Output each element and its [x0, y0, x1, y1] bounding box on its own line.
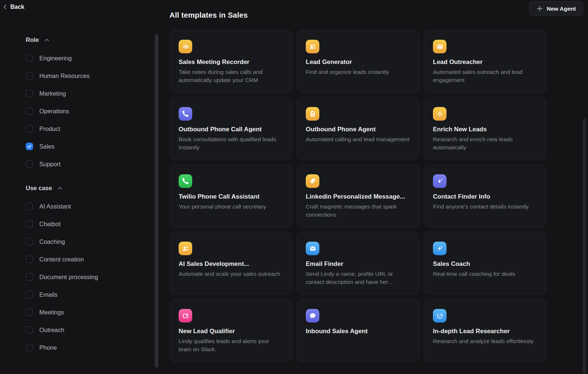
section-header-use-case[interactable]: Use case — [26, 184, 147, 192]
checkbox-marketing[interactable] — [26, 90, 33, 97]
card-description: Lindy qualifies leads and alerts your te… — [179, 337, 283, 353]
filter-item-content-creation[interactable]: Content creation — [26, 256, 147, 263]
filter-item-document-processing[interactable]: Document processing — [26, 273, 147, 281]
filter-item-coaching[interactable]: Coaching — [26, 238, 147, 245]
card-title: Twilio Phone Call Assistant — [179, 193, 283, 200]
filter-item-label: Meetings — [39, 309, 64, 316]
card-description: Book consultations with qualified leads … — [179, 135, 283, 151]
card-title: Sales Coach — [433, 260, 537, 268]
filter-item-product[interactable]: Product — [26, 125, 147, 132]
card-title: Outbound Phone Call Agent — [179, 126, 283, 133]
card-title: Sales Meeting Recorder — [179, 58, 283, 66]
checkbox-content-creation[interactable] — [26, 256, 33, 263]
filter-item-label: Marketing — [39, 90, 66, 97]
card-title: In-depth Lead Researcher — [433, 328, 537, 335]
template-card-sales-coach[interactable]: Sales Coach Real-time call coaching for … — [424, 232, 546, 295]
card-description: Find and organize leads instantly — [306, 68, 410, 76]
chevron-up-icon — [44, 38, 49, 42]
filter-item-meetings[interactable]: Meetings — [26, 309, 147, 316]
card-description: Real-time call coaching for deals — [433, 270, 537, 278]
card-description: Research and analyze leads effortlessly — [433, 337, 537, 345]
new-agent-button[interactable]: New Agent — [529, 1, 583, 16]
checkbox-sales-checked[interactable] — [26, 143, 33, 150]
card-title: Outbound Phone Agent — [306, 126, 410, 133]
filter-item-emails[interactable]: Emails — [26, 291, 147, 298]
back-label: Back — [10, 4, 24, 10]
template-card-new-lead-qualifier[interactable]: New Lead Qualifier Lindy qualifies leads… — [169, 299, 292, 362]
card-description: Automated calling and lead management — [306, 135, 410, 143]
card-description: Automated sales outreach and lead engage… — [433, 68, 537, 84]
filter-sidebar: Role Engineering Human Resources Marketi… — [26, 35, 147, 351]
checkbox-chatbot[interactable] — [26, 220, 33, 228]
checkbox-support[interactable] — [26, 160, 33, 168]
checkbox-meetings[interactable] — [26, 309, 33, 316]
template-card-lead-outreacher[interactable]: Lead Outreacher Automated sales outreach… — [424, 30, 546, 93]
gauge-icon — [433, 309, 447, 323]
mail-icon — [306, 242, 319, 255]
checkbox-document-processing[interactable] — [26, 273, 33, 281]
card-title: Lead Outreacher — [433, 58, 537, 66]
filter-item-chatbot[interactable]: Chatbot — [26, 220, 147, 228]
template-card-linkedin-personalized-message[interactable]: Linkedin Personalized Message... Craft m… — [297, 164, 419, 227]
calculator-icon — [306, 107, 319, 121]
template-card-enrich-new-leads[interactable]: Enrich New Leads Research and enrich new… — [424, 97, 546, 160]
card-title: Linkedin Personalized Message... — [306, 193, 410, 200]
filter-item-sales[interactable]: Sales — [26, 143, 147, 150]
filter-item-operations[interactable]: Operations — [26, 107, 147, 115]
filter-item-label: Product — [39, 125, 60, 132]
checkbox-product[interactable] — [26, 125, 33, 132]
template-card-sales-meeting-recorder[interactable]: Sales Meeting Recorder Take notes during… — [169, 30, 292, 93]
checkbox-phone[interactable] — [26, 344, 33, 351]
checkbox-ai-assistant[interactable] — [26, 203, 33, 210]
filter-item-label: Sales — [39, 143, 54, 150]
card-title: AI Sales Development... — [179, 260, 283, 268]
chevron-up-icon — [58, 186, 62, 190]
card-title: Inbound Sales Agent — [306, 328, 410, 335]
filter-item-human-resources[interactable]: Human Resources — [26, 72, 147, 79]
filter-item-label: Engineering — [39, 55, 72, 62]
filter-item-label: Support — [39, 161, 61, 168]
card-title: Contact Finder Info — [433, 193, 537, 200]
checkbox-emails[interactable] — [26, 291, 33, 298]
checkbox-operations[interactable] — [26, 107, 33, 115]
checkmark-icon — [27, 144, 32, 149]
card-title: Lead Generator — [306, 58, 410, 66]
filter-item-marketing[interactable]: Marketing — [26, 90, 147, 97]
users-icon — [306, 40, 319, 53]
checkbox-human-resources[interactable] — [26, 72, 33, 79]
dots-cluster-icon — [433, 107, 447, 121]
page-title: All templates in Sales — [169, 11, 248, 19]
filter-item-label: Outreach — [39, 327, 64, 334]
filter-item-outreach[interactable]: Outreach — [26, 326, 147, 334]
filter-item-support[interactable]: Support — [26, 160, 147, 168]
template-card-ai-sales-development[interactable]: AI Sales Development... Automate and sca… — [169, 232, 292, 295]
chevron-left-icon — [3, 4, 7, 10]
template-card-outbound-phone-agent[interactable]: Outbound Phone Agent Automated calling a… — [297, 97, 419, 160]
photo-icon — [179, 309, 192, 323]
checkbox-coaching[interactable] — [26, 238, 33, 245]
card-description: Take notes during sales calls and automa… — [179, 68, 283, 84]
checkbox-outreach[interactable] — [26, 326, 33, 334]
sidebar-scrollbar[interactable] — [155, 34, 158, 368]
mail-icon — [433, 40, 447, 53]
card-description: Find anyone's contact details instantly — [433, 203, 537, 211]
filter-item-ai-assistant[interactable]: AI Assistant — [26, 203, 147, 210]
template-card-lead-generator[interactable]: Lead Generator Find and organize leads i… — [297, 30, 419, 93]
section-header-role[interactable]: Role — [26, 35, 147, 44]
chat-bubble-icon — [306, 309, 319, 323]
template-card-inbound-sales-agent[interactable]: Inbound Sales Agent — [297, 299, 419, 362]
back-button[interactable]: Back — [3, 4, 24, 10]
filter-item-phone[interactable]: Phone — [26, 344, 147, 351]
filter-item-engineering[interactable]: Engineering — [26, 54, 147, 62]
checkbox-engineering[interactable] — [26, 54, 33, 62]
phone-icon — [179, 174, 192, 188]
template-card-twilio-phone-call-assistant[interactable]: Twilio Phone Call Assistant Your persona… — [169, 164, 292, 227]
template-card-outbound-phone-call-agent[interactable]: Outbound Phone Call Agent Book consultat… — [169, 97, 292, 160]
template-card-email-finder[interactable]: Email Finder Send Lindy a name, profile … — [297, 232, 419, 295]
main-scrollbar[interactable] — [583, 118, 586, 374]
card-title: Email Finder — [306, 260, 410, 268]
card-description: Send Lindy a name, profile URL or contac… — [306, 270, 410, 286]
template-card-contact-finder-info[interactable]: Contact Finder Info Find anyone's contac… — [424, 164, 546, 227]
phone-icon — [179, 107, 192, 121]
template-card-in-depth-lead-researcher[interactable]: In-depth Lead Researcher Research and an… — [424, 299, 546, 362]
